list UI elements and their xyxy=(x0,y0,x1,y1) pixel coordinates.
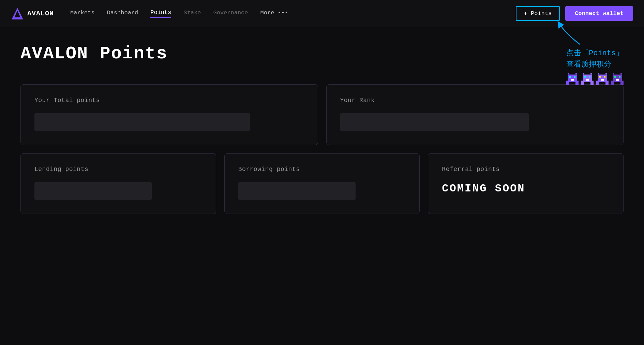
svg-rect-12 xyxy=(583,73,585,75)
borrowing-points-card: Borrowing points xyxy=(224,153,420,214)
pixel-monster-3-icon xyxy=(596,73,609,85)
svg-rect-9 xyxy=(571,79,574,81)
lending-points-value-placeholder xyxy=(34,182,152,200)
your-rank-label: Your Rank xyxy=(340,97,610,104)
your-rank-value-placeholder xyxy=(340,113,529,131)
borrowing-points-label: Borrowing points xyxy=(238,166,406,173)
svg-rect-10 xyxy=(566,81,569,86)
svg-rect-27 xyxy=(605,81,609,86)
annotation-text: 点击「Points」 查看质押积分 xyxy=(566,48,623,70)
navbar: AVALON Markets Dashboard Points Stake Go… xyxy=(0,0,644,27)
total-points-value-placeholder xyxy=(34,113,250,131)
top-cards: Your Total points Your Rank xyxy=(20,84,624,145)
pixel-monster-1-icon xyxy=(566,73,579,85)
annotation-arrow-icon xyxy=(556,20,583,48)
nav-more[interactable]: More ••• xyxy=(260,10,288,17)
svg-rect-23 xyxy=(599,76,601,78)
svg-rect-28 xyxy=(613,73,615,75)
annotation-area: 点击「Points」 查看质押积分 xyxy=(566,48,624,85)
svg-rect-24 xyxy=(604,76,606,78)
svg-rect-35 xyxy=(620,81,624,86)
logo[interactable]: AVALON xyxy=(11,7,54,20)
lending-points-label: Lending points xyxy=(34,166,202,173)
svg-rect-34 xyxy=(611,81,614,86)
svg-rect-32 xyxy=(619,76,621,78)
nav-governance: Governance xyxy=(213,10,248,17)
page-title: AVALON Points xyxy=(20,44,624,64)
svg-rect-20 xyxy=(598,73,600,75)
svg-rect-33 xyxy=(616,79,619,81)
borrowing-points-value-placeholder xyxy=(238,182,356,200)
lending-points-card: Lending points xyxy=(20,153,216,214)
nav-stake: Stake xyxy=(183,10,201,17)
svg-rect-16 xyxy=(589,76,591,78)
nav-markets[interactable]: Markets xyxy=(70,10,94,17)
svg-rect-17 xyxy=(586,79,589,81)
svg-rect-26 xyxy=(596,81,599,86)
total-points-card: Your Total points xyxy=(20,84,318,145)
main-content: AVALON Points 点击「Points」 查看质押积分 xyxy=(0,27,644,230)
svg-rect-29 xyxy=(620,73,622,75)
svg-rect-25 xyxy=(601,79,604,81)
bottom-cards: Lending points Borrowing points Referral… xyxy=(20,153,624,214)
svg-rect-7 xyxy=(569,76,571,78)
pixel-monster-4-icon xyxy=(611,73,624,85)
points-button[interactable]: + Points xyxy=(516,6,560,21)
nav-dashboard[interactable]: Dashboard xyxy=(107,10,138,17)
svg-rect-15 xyxy=(584,76,586,78)
svg-rect-3 xyxy=(575,73,577,75)
svg-rect-18 xyxy=(581,81,584,86)
referral-points-card: Referral points COMING SOON xyxy=(428,153,624,214)
connect-wallet-button[interactable]: Connect wallet xyxy=(565,6,633,21)
logo-text: AVALON xyxy=(27,10,54,17)
pixel-monsters xyxy=(566,73,624,85)
svg-rect-31 xyxy=(614,76,616,78)
svg-rect-8 xyxy=(574,76,576,78)
svg-rect-13 xyxy=(590,73,592,75)
your-rank-card: Your Rank xyxy=(326,84,624,145)
svg-rect-2 xyxy=(568,73,570,75)
pixel-monster-2-icon xyxy=(581,73,594,85)
referral-points-label: Referral points xyxy=(442,166,610,173)
logo-icon xyxy=(11,7,24,20)
svg-rect-19 xyxy=(590,81,594,86)
svg-rect-21 xyxy=(605,73,607,75)
coming-soon-text: COMING SOON xyxy=(442,182,610,195)
nav-links: Markets Dashboard Points Stake Governanc… xyxy=(70,9,516,18)
nav-points[interactable]: Points xyxy=(150,9,171,18)
nav-right: + Points Connect wallet xyxy=(516,6,633,21)
svg-rect-11 xyxy=(575,81,579,86)
total-points-label: Your Total points xyxy=(34,97,304,104)
